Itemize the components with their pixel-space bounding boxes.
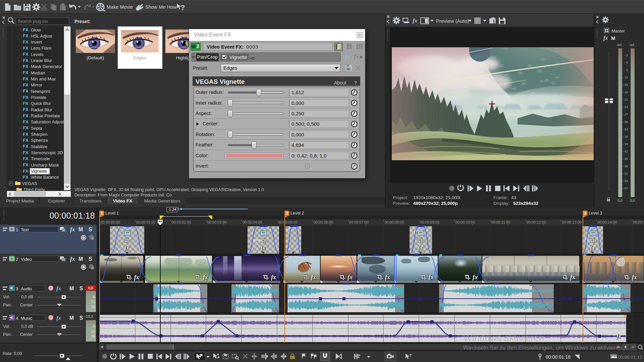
svg-text:?: ?	[180, 3, 185, 12]
svg-text:?: ?	[409, 353, 412, 358]
